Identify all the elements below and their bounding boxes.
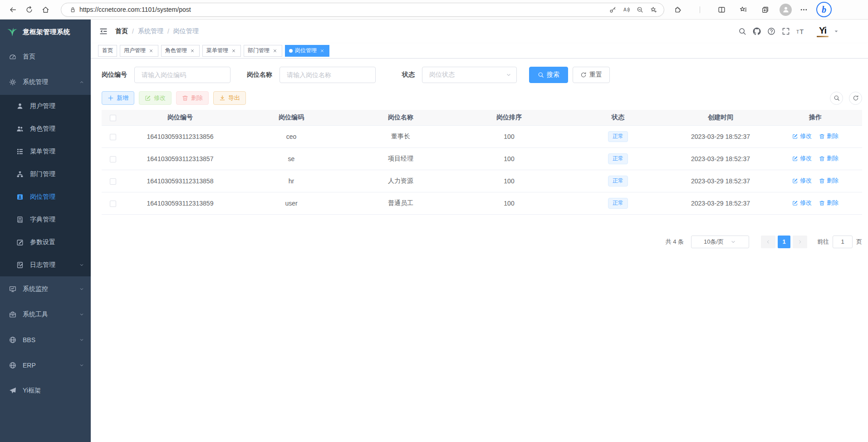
sidebar-item-label: 用户管理 [30, 102, 55, 110]
row-edit-link[interactable]: 修改 [792, 199, 812, 207]
tab[interactable]: 首页 [98, 45, 117, 57]
tab-close-icon[interactable] [148, 48, 154, 54]
navbar-icon[interactable] [737, 26, 747, 36]
browser-nav-icon[interactable] [5, 2, 21, 17]
sidebar-item[interactable]: 部门管理 [0, 163, 91, 186]
browser-toolbar-icon[interactable] [735, 2, 751, 17]
row-checkbox[interactable] [110, 178, 116, 185]
navbar-icon[interactable] [752, 26, 762, 36]
sidebar-item[interactable]: 菜单管理 [0, 140, 91, 163]
prev-page-button[interactable] [761, 236, 775, 248]
tab[interactable]: 用户管理 [120, 45, 158, 57]
row-edit-link[interactable]: 修改 [792, 132, 812, 140]
delete-button[interactable]: 删除 [176, 91, 209, 105]
tab-close-icon[interactable] [272, 48, 278, 54]
sidebar-item[interactable]: 系统监控 [0, 276, 91, 302]
sidebar-item[interactable]: BBS [0, 327, 91, 353]
sidebar-item[interactable]: 参数设置 [0, 231, 91, 254]
sidebar-item-label: 系统工具 [23, 310, 48, 319]
browser-nav-icon[interactable] [21, 2, 37, 17]
current-page-button[interactable]: 1 [778, 236, 790, 248]
cell-post-name: 项目经理 [347, 147, 455, 170]
browser-toolbar-icon[interactable] [713, 2, 730, 17]
post-code-input[interactable] [134, 67, 230, 83]
address-action-icon[interactable] [606, 2, 619, 17]
tab[interactable]: 菜单管理 [202, 45, 241, 57]
browser-profile-avatar[interactable] [780, 4, 792, 16]
sidebar-item[interactable]: ERP [0, 353, 91, 378]
browser-nav-icon[interactable] [37, 2, 54, 17]
tab-label: 角色管理 [165, 47, 187, 54]
row-delete-link[interactable]: 删除 [819, 154, 839, 162]
browser-toolbar-icon[interactable] [757, 2, 773, 17]
add-button[interactable]: 新增 [102, 91, 134, 105]
sidebar-item[interactable]: 首页 [0, 44, 91, 69]
edit-button[interactable]: 修改 [139, 91, 172, 105]
cell-post-code: hr [236, 170, 347, 192]
address-action-icon[interactable] [647, 2, 660, 17]
copilot-icon[interactable]: b [816, 2, 832, 17]
status-badge: 正常 [608, 176, 628, 187]
next-page-button[interactable] [793, 236, 807, 248]
navbar-icon[interactable] [766, 26, 776, 36]
row-edit-link[interactable]: 修改 [792, 154, 812, 162]
sidebar-item[interactable]: 岗位管理 [0, 186, 91, 208]
url-text[interactable]: https://ccnetcore.com:1101/system/post [79, 6, 606, 13]
row-checkbox[interactable] [110, 156, 116, 162]
app-logo[interactable]: 意框架管理系统 [0, 20, 91, 44]
sidebar-item[interactable]: 系统工具 [0, 302, 91, 327]
tab[interactable]: 部门管理 [244, 45, 282, 57]
tab-close-icon[interactable] [189, 48, 196, 54]
breadcrumb-home[interactable]: 首页 [115, 27, 128, 35]
row-checkbox[interactable] [110, 134, 116, 140]
chevron-icon [79, 262, 84, 268]
row-edit-link[interactable]: 修改 [792, 177, 812, 185]
edit-icon [145, 95, 151, 101]
status-select[interactable]: 岗位状态 [422, 67, 517, 83]
cell-post-code: ceo [236, 125, 347, 147]
page-unit-label: 页 [856, 238, 862, 246]
chevron-down-icon [505, 72, 512, 78]
cell-post-id: 1641030593112313857 [124, 147, 236, 170]
tab-close-icon[interactable] [230, 48, 237, 54]
goto-page-input[interactable] [833, 236, 853, 248]
sidebar-item[interactable]: 系统管理 [0, 69, 91, 95]
table-refresh-button[interactable] [849, 92, 862, 105]
sidebar-item[interactable]: Yi框架 [0, 378, 91, 403]
address-action-icon[interactable] [633, 2, 647, 17]
navbar-icon[interactable]: TT [795, 26, 805, 36]
browser-toolbar-icon[interactable] [670, 2, 686, 17]
sidebar-item[interactable]: 字典管理 [0, 208, 91, 231]
table-search-toggle[interactable] [830, 92, 843, 105]
caret-down-icon[interactable] [834, 29, 839, 34]
menu-icon [16, 193, 24, 201]
trash-icon [182, 95, 188, 101]
user-avatar[interactable]: Yi [814, 23, 831, 39]
select-all-checkbox[interactable] [110, 115, 116, 121]
post-name-input[interactable] [280, 67, 376, 83]
sidebar-fold-icon[interactable] [99, 27, 108, 36]
address-action-icon[interactable]: A [619, 2, 633, 17]
navbar-icon[interactable] [781, 26, 791, 36]
sidebar-item[interactable]: 角色管理 [0, 118, 91, 140]
browser-toolbar-icon[interactable] [691, 2, 708, 17]
posts-table: 岗位编号岗位编码岗位名称岗位排序状态创建时间操作 164103059311231… [102, 110, 862, 215]
sidebar-item[interactable]: 日志管理 [0, 254, 91, 276]
reset-button[interactable]: 重置 [573, 67, 610, 83]
search-button[interactable]: 搜索 [529, 67, 568, 83]
page-size-select[interactable]: 10条/页 [691, 236, 749, 248]
browser-more-icon[interactable] [795, 2, 812, 17]
row-delete-link[interactable]: 删除 [819, 177, 839, 185]
delete-button-label: 删除 [191, 94, 203, 102]
row-delete-link[interactable]: 删除 [819, 132, 839, 140]
row-checkbox[interactable] [110, 201, 116, 207]
export-button[interactable]: 导出 [213, 91, 246, 105]
cell-created-time: 2023-03-29 18:52:37 [672, 170, 769, 192]
sidebar-item[interactable]: 用户管理 [0, 95, 91, 118]
tab-close-icon[interactable] [319, 48, 325, 54]
tab[interactable]: 岗位管理 [285, 45, 329, 57]
address-bar[interactable]: https://ccnetcore.com:1101/system/post A [61, 3, 664, 17]
row-delete-link[interactable]: 删除 [819, 199, 839, 207]
tab[interactable]: 角色管理 [161, 45, 200, 57]
menu-icon [9, 387, 16, 394]
